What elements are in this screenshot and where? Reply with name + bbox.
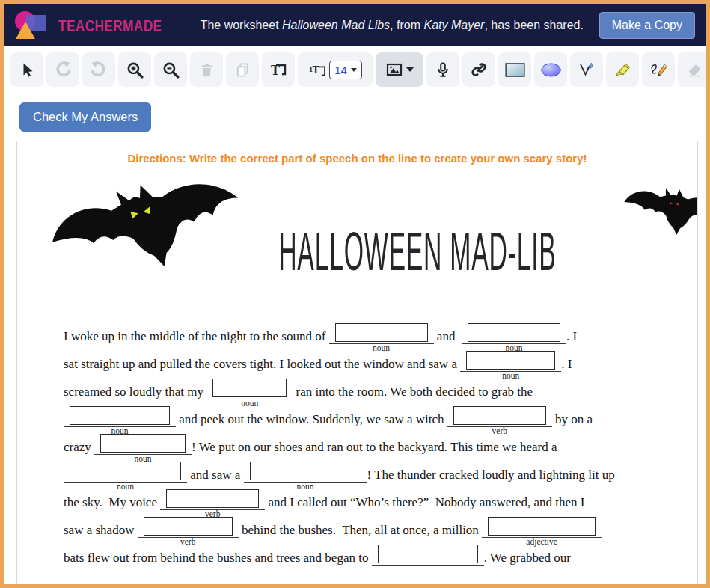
story-text: bats flew out from behind the bushes and…: [64, 551, 372, 565]
chevron-down-icon: [351, 68, 357, 72]
answer-blank: noun: [94, 434, 192, 455]
top-banner: TEACHERMADE The worksheet Halloween Mad …: [4, 4, 706, 46]
answer-box[interactable]: [212, 379, 287, 397]
story-line: noun and peek out the window. Suddenly, …: [64, 406, 697, 434]
story-text: behind the bushes. Then, all at once, a …: [239, 523, 482, 537]
answer-blank: noun: [244, 462, 367, 483]
answer-blank: noun: [462, 323, 566, 344]
answer-box[interactable]: [466, 351, 555, 370]
dropdown-caret-icon: [406, 67, 414, 72]
tool-eraser[interactable]: [678, 52, 710, 87]
tool-scribble[interactable]: [642, 52, 675, 87]
brand-name: TEACHERMADE: [58, 16, 162, 35]
answer-blank: verb: [447, 406, 552, 427]
story-line: crazy noun! We put on our shoes and ran …: [64, 434, 697, 462]
story: I woke up in the middle of the night to …: [64, 323, 697, 572]
tool-delete[interactable]: [190, 52, 223, 87]
answer-blank: verb: [160, 489, 265, 510]
answer-box[interactable]: [70, 462, 181, 480]
answer-box[interactable]: [488, 517, 596, 536]
answer-box[interactable]: [453, 406, 546, 425]
title-image-row: HALLOWEEN MAD-LIB: [49, 172, 697, 286]
answer-box[interactable]: [166, 489, 259, 508]
bat-left-image: [38, 151, 257, 308]
tool-text[interactable]: T: [262, 52, 295, 87]
tool-undo[interactable]: [46, 52, 79, 87]
tool-duplicate[interactable]: [226, 52, 259, 87]
bat-right-image: [612, 178, 698, 248]
story-text: and peek out the window. Suddenly, we sa…: [176, 412, 447, 426]
teachermade-logo: TEACHERMADE: [15, 10, 185, 41]
story-text: ! We put on our shoes and ran out to the…: [192, 440, 557, 454]
story-text: saw a shadow: [64, 523, 138, 537]
message-prefix: The worksheet: [201, 19, 282, 31]
directions-text: Directions: Write the correct part of sp…: [17, 152, 697, 165]
story-line: I woke up in the middle of the night to …: [64, 323, 697, 351]
tool-image[interactable]: [376, 52, 423, 87]
message-suffix: , has been shared.: [484, 19, 584, 31]
answer-box[interactable]: [335, 323, 428, 342]
story-text: . We grabbed our: [484, 551, 571, 565]
tool-zoom-in[interactable]: [118, 52, 151, 87]
story-text: . I: [566, 329, 577, 343]
story-text: and saw a: [187, 468, 244, 482]
answer-blank: noun: [206, 379, 293, 399]
answer-blank: noun: [64, 406, 176, 427]
story-line: bats flew out from behind the bushes and…: [64, 545, 697, 572]
font-size-select[interactable]: 14: [329, 61, 362, 79]
author-name: Katy Mayer: [423, 19, 484, 31]
answer-box[interactable]: [378, 545, 478, 563]
logo-triangle-shape: [16, 22, 35, 39]
story-text: by on a: [552, 412, 593, 426]
tool-pen[interactable]: [570, 52, 603, 87]
tool-record-audio[interactable]: [426, 52, 459, 87]
story-text: . I: [561, 357, 572, 371]
tool-font-size[interactable]: 1T14: [298, 52, 373, 87]
answer-blank: noun: [329, 323, 434, 344]
svg-text:T: T: [271, 63, 280, 78]
make-a-copy-button[interactable]: Make a Copy: [599, 12, 695, 39]
tool-rectangle[interactable]: [498, 52, 531, 87]
tool-redo[interactable]: [82, 52, 115, 87]
teachermade-logo-icon: [15, 10, 51, 41]
worksheet-title-text: HALLOWEEN MAD-LIB: [278, 219, 556, 283]
story-text: crazy: [64, 440, 94, 454]
answer-blank: noun: [64, 462, 187, 483]
svg-text:T: T: [313, 64, 319, 76]
tool-zoom-out[interactable]: [154, 52, 187, 87]
font-size-value: 14: [334, 64, 347, 76]
story-line: sat straight up and pulled the covers ti…: [64, 351, 697, 379]
worksheet-page: Directions: Write the correct part of sp…: [16, 141, 698, 588]
answer-blank: [372, 545, 484, 566]
toolbar: T1T14: [4, 46, 706, 93]
worksheet-title: Halloween Mad Libs: [282, 19, 390, 31]
check-my-answers-button[interactable]: Check My Answers: [19, 102, 151, 132]
story-text: the sky. My voice: [64, 495, 160, 509]
check-answers-row: Check My Answers: [4, 93, 706, 141]
answer-box[interactable]: [468, 323, 560, 342]
story-text: screamed so loudly that my: [64, 385, 206, 399]
tool-ellipse[interactable]: [534, 52, 567, 87]
story-line: screamed so loudly that my noun ran into…: [64, 379, 697, 406]
story-text: I woke up in the middle of the night to …: [64, 329, 329, 343]
story-text: ! The thunder cracked loudly and lightni…: [367, 468, 615, 482]
answer-blank: noun: [460, 351, 561, 372]
story-text: sat straight up and pulled the covers ti…: [64, 357, 460, 371]
message-mid: , from: [390, 19, 423, 31]
tool-link[interactable]: [462, 52, 495, 87]
answer-blank: verb: [138, 517, 239, 538]
answer-box[interactable]: [100, 434, 186, 453]
answer-box[interactable]: [70, 406, 170, 425]
tool-highlighter[interactable]: [606, 52, 639, 87]
story-text: and I called out “Who’s there?” Nobody a…: [265, 495, 584, 509]
answer-box[interactable]: [144, 517, 233, 536]
story-line: the sky. My voice verb and I called out …: [64, 489, 697, 517]
shared-message: The worksheet Halloween Mad Libs, from K…: [185, 19, 599, 32]
tool-select[interactable]: [10, 52, 43, 87]
story-text: and: [434, 329, 462, 343]
story-line: saw a shadow verb behind the bushes. The…: [64, 517, 697, 545]
story-text: ran into the room. We both decided to gr…: [293, 385, 533, 399]
answer-blank: adjective: [482, 517, 602, 538]
answer-box[interactable]: [250, 462, 361, 480]
story-line: noun and saw a noun! The thunder cracked…: [64, 462, 697, 489]
